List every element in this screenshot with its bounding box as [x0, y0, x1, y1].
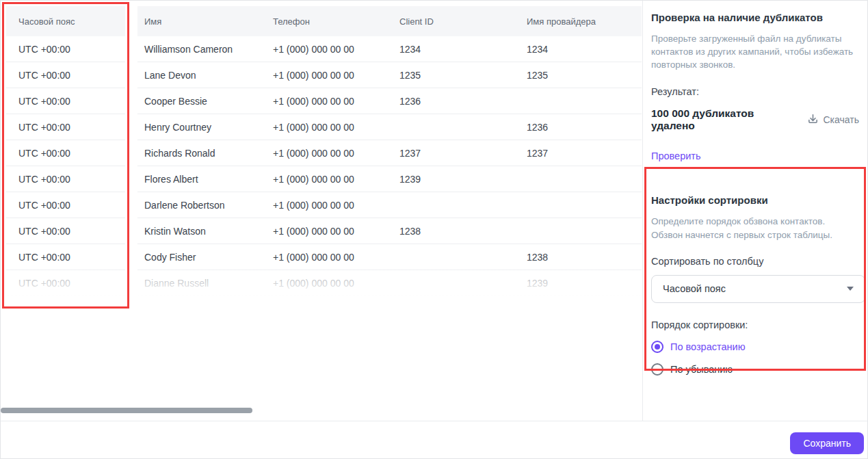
sort-order-descending-radio[interactable]: По убыванию: [651, 363, 859, 376]
table-cell: Kristin Watson: [137, 218, 266, 244]
result-row: 100 000 дубликатов удалено Скачать: [651, 107, 859, 132]
chevron-down-icon: [847, 287, 854, 291]
radio-selected-icon: [651, 341, 663, 353]
table-row: Henry Courtney+1 (000) 000 00 001236: [137, 114, 642, 140]
download-tray-icon: [807, 113, 819, 127]
table-row: Lane Devon+1 (000) 000 00 0012351235: [137, 62, 642, 88]
horizontal-scrollbar[interactable]: [1, 408, 252, 413]
timezone-cell: UTC +00:00: [6, 192, 125, 218]
table-cell: +1 (000) 000 00 00: [266, 88, 393, 114]
table-cell: [393, 244, 520, 270]
timezone-cell: UTC +00:00: [6, 36, 125, 62]
table-cell: [520, 218, 642, 244]
table-cell: Dianne Russell: [137, 270, 266, 296]
contacts-header-row: ИмяТелефонClient IDИмя провайдера: [137, 6, 642, 36]
table-row: Cooper Bessie+1 (000) 000 00 001236: [137, 88, 642, 114]
timezone-column-table: Часовой пояс UTC +00:00UTC +00:00UTC +00…: [6, 6, 125, 296]
table-cell: [520, 192, 642, 218]
table-cell: Williamson Cameron: [137, 36, 266, 62]
table-row: Dianne Russell+1 (000) 000 00 001239: [137, 270, 642, 296]
campaign-contacts-screen: Часовой пояс UTC +00:00UTC +00:00UTC +00…: [0, 0, 868, 459]
table-cell: [520, 166, 642, 192]
table-cell: Flores Albert: [137, 166, 266, 192]
table-cell: +1 (000) 000 00 00: [266, 244, 393, 270]
table-cell: +1 (000) 000 00 00: [266, 192, 393, 218]
table-cell: +1 (000) 000 00 00: [266, 62, 393, 88]
sort-column-select[interactable]: Часовой пояс: [651, 275, 865, 303]
column-header: Имя: [137, 6, 266, 36]
contacts-table: ИмяТелефонClient IDИмя провайдера Willia…: [137, 6, 642, 296]
sort-order-ascending-radio[interactable]: По возрастанию: [651, 341, 859, 353]
sort-column-selected-value: Часовой пояс: [663, 283, 726, 294]
timezone-cell: UTC +00:00: [6, 62, 125, 88]
table-row: Cody Fisher+1 (000) 000 00 001238: [137, 244, 642, 270]
sort-order-label: Порядок сортировки:: [651, 319, 859, 330]
table-row: Richards Ronald+1 (000) 000 00 001237123…: [137, 140, 642, 166]
table-row: Kristin Watson+1 (000) 000 00 001238: [137, 218, 642, 244]
check-duplicates-link[interactable]: Проверить: [651, 150, 701, 161]
table-cell: Cody Fisher: [137, 244, 266, 270]
table-cell: 1236: [393, 88, 520, 114]
table-cell: 1238: [520, 244, 642, 270]
timezone-cell: UTC +00:00: [6, 270, 125, 296]
timezone-cell: UTC +00:00: [6, 244, 125, 270]
table-cell: 1234: [520, 36, 642, 62]
result-label: Результат:: [651, 86, 859, 97]
table-cell: [520, 88, 642, 114]
table-cell: 1237: [520, 140, 642, 166]
footer-bar: Сохранить: [1, 421, 868, 459]
timezone-column-header: Часовой пояс: [6, 6, 125, 36]
column-header: Client ID: [393, 6, 520, 36]
timezone-column-body: UTC +00:00UTC +00:00UTC +00:00UTC +00:00…: [6, 36, 125, 296]
table-cell: 1235: [393, 62, 520, 88]
sort-column-label: Сортировать по столбцу: [651, 256, 859, 267]
table-cell: +1 (000) 000 00 00: [266, 270, 393, 296]
table-cell: 1236: [520, 114, 642, 140]
duplicates-title: Проверка на наличие дубликатов: [651, 12, 859, 23]
table-cell: Cooper Bessie: [137, 88, 266, 114]
table-cell: Darlene Robertson: [137, 192, 266, 218]
sorting-section: Настройки сортировки Определите порядок …: [651, 194, 859, 375]
table-row: Flores Albert+1 (000) 000 00 001239: [137, 166, 642, 192]
table-cell: +1 (000) 000 00 00: [266, 36, 393, 62]
table-cell: 1234: [393, 36, 520, 62]
table-row: Williamson Cameron+1 (000) 000 00 001234…: [137, 36, 642, 62]
table-cell: +1 (000) 000 00 00: [266, 218, 393, 244]
timezone-cell: UTC +00:00: [6, 114, 125, 140]
table-cell: +1 (000) 000 00 00: [266, 166, 393, 192]
table-cell: [393, 114, 520, 140]
download-link[interactable]: Скачать: [802, 113, 860, 127]
settings-side-panel: Проверка на наличие дубликатов Проверьте…: [642, 1, 868, 421]
table-row: Darlene Robertson+1 (000) 000 00 00: [137, 192, 642, 218]
table-cell: 1238: [393, 218, 520, 244]
timezone-cell: UTC +00:00: [6, 140, 125, 166]
column-header: Телефон: [266, 6, 393, 36]
table-cell: Henry Courtney: [137, 114, 266, 140]
result-value: 100 000 дубликатов удалено: [651, 107, 794, 132]
duplicates-description: Проверьте загруженный файл на дубликаты …: [651, 32, 858, 71]
table-cell: 1239: [520, 270, 642, 296]
save-button[interactable]: Сохранить: [790, 432, 864, 454]
sorting-title: Настройки сортировки: [651, 194, 859, 206]
table-cell: Richards Ronald: [137, 140, 266, 166]
sort-order-descending-label: По убыванию: [670, 364, 733, 375]
table-cell: 1237: [393, 140, 520, 166]
radio-unselected-icon: [651, 363, 663, 376]
table-cell: [393, 192, 520, 218]
table-cell: [393, 270, 520, 296]
sort-order-ascending-label: По возрастанию: [670, 341, 746, 352]
table-cell: Lane Devon: [137, 62, 266, 88]
table-cell: 1235: [520, 62, 642, 88]
sorting-description: Определите порядок обзвона контактов. Об…: [651, 215, 858, 241]
table-cell: 1239: [393, 166, 520, 192]
contacts-table-body: Williamson Cameron+1 (000) 000 00 001234…: [137, 36, 642, 296]
table-cell: +1 (000) 000 00 00: [266, 140, 393, 166]
timezone-cell: UTC +00:00: [6, 88, 125, 114]
table-cell: +1 (000) 000 00 00: [266, 114, 393, 140]
timezone-cell: UTC +00:00: [6, 166, 125, 192]
download-label: Скачать: [824, 114, 860, 125]
timezone-cell: UTC +00:00: [6, 218, 125, 244]
column-header: Имя провайдера: [520, 6, 642, 36]
